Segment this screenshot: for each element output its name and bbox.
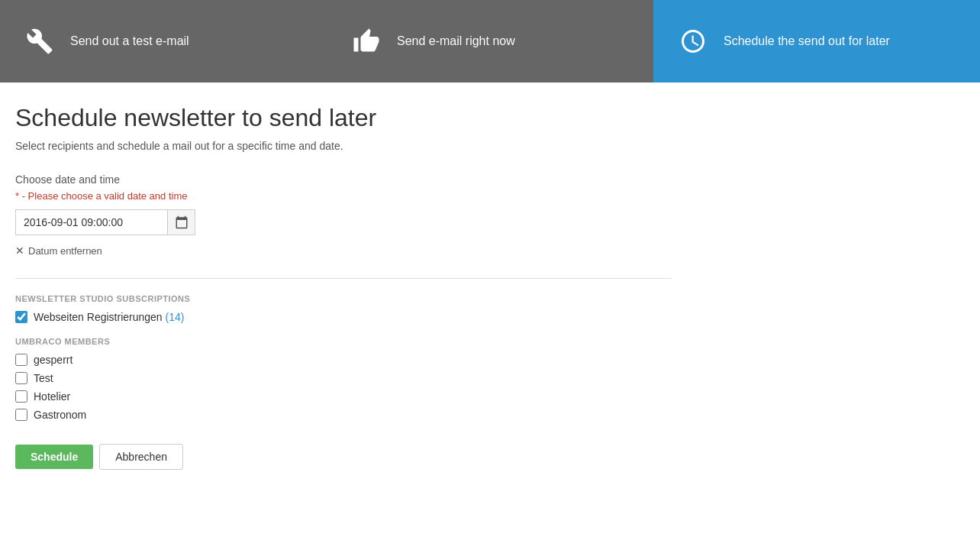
list-item: Hotelier — [15, 390, 672, 403]
divider — [15, 278, 672, 279]
gastronom-checkbox[interactable] — [15, 409, 27, 421]
umbraco-members-section: UMBRACO MEMBERS gesperrt Test Hotelier G… — [15, 337, 672, 421]
list-item: Test — [15, 372, 672, 384]
gesperrt-label: gesperrt — [34, 354, 73, 366]
umbraco-members-group-label: UMBRACO MEMBERS — [15, 337, 672, 346]
action-bar: Send out a test e-mail Send e-mail right… — [0, 0, 980, 82]
remove-date-label: Datum entfernen — [28, 245, 102, 257]
webseiten-checkbox[interactable] — [15, 311, 27, 323]
cancel-button[interactable]: Abbrechen — [99, 444, 183, 470]
validation-error: * - Please choose a valid date and time — [15, 190, 672, 202]
main-content: Schedule newsletter to send later Select… — [0, 82, 687, 500]
thumbsup-icon — [350, 24, 383, 58]
clock-icon — [676, 24, 710, 58]
wrench-icon — [23, 24, 56, 58]
hotelier-checkbox[interactable] — [15, 390, 27, 403]
send-test-email-label: Send out a test e-mail — [70, 34, 189, 48]
button-row: Schedule Abbrechen — [15, 444, 672, 470]
send-email-now-button[interactable]: Send e-mail right now — [327, 0, 653, 82]
calendar-button[interactable] — [168, 209, 195, 235]
webseiten-count: (14) — [166, 311, 185, 323]
subscriptions-section: NEWSLETTER STUDIO SUBSCRIPTIONS Webseite… — [15, 294, 672, 323]
webseiten-label: Webseiten Registrierungen (14) — [34, 311, 184, 323]
gastronom-label: Gastronom — [34, 409, 86, 421]
list-item: Gastronom — [15, 409, 672, 421]
x-icon: ✕ — [15, 244, 24, 257]
list-item: gesperrt — [15, 354, 672, 366]
hotelier-label: Hotelier — [34, 390, 70, 403]
test-checkbox[interactable] — [15, 372, 27, 384]
test-label: Test — [34, 372, 53, 384]
page-subtitle: Select recipients and schedule a mail ou… — [15, 140, 672, 152]
send-test-email-button[interactable]: Send out a test e-mail — [0, 0, 327, 82]
schedule-button[interactable]: Schedule — [15, 445, 93, 469]
schedule-send-label: Schedule the send out for later — [724, 34, 890, 48]
date-input-wrapper — [15, 209, 672, 235]
gesperrt-checkbox[interactable] — [15, 354, 27, 366]
page-title: Schedule newsletter to send later — [15, 104, 672, 132]
send-email-now-label: Send e-mail right now — [397, 34, 515, 48]
schedule-send-button[interactable]: Schedule the send out for later — [653, 0, 980, 82]
subscriptions-group-label: NEWSLETTER STUDIO SUBSCRIPTIONS — [15, 294, 672, 303]
remove-date-link[interactable]: ✕ Datum entfernen — [15, 244, 672, 257]
list-item: Webseiten Registrierungen (14) — [15, 311, 672, 323]
date-input[interactable] — [15, 209, 168, 235]
date-label: Choose date and time — [15, 173, 672, 186]
